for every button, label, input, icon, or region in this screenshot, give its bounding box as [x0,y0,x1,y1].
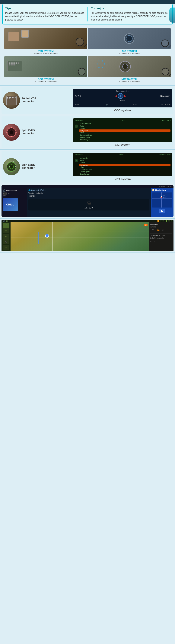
cic-connector-info: 4pin LVDS connector [22,129,71,136]
cic-header: Hauptmenü 15:50 BAYERN 3 [75,120,170,122]
nbt-screen-wrapper: Hauptmenü 15:35 GONG96.3 TP ↺ Multimedia… [73,153,172,180]
fseries2-time-right: 13:45 [168,220,172,222]
weather-icon: 🌤 [30,200,148,206]
ccc-screen-wrapper: Communication Air AC ◀ i ▶ Navigation Au… [73,88,172,112]
fseries-nav-label: Navigation [155,189,166,191]
cic-body: ↺ CD/Multimedia Radio Telefon Navigation… [75,123,170,141]
nbt-item-7: Fahrzeuginfo [79,171,170,173]
ccc-connector-section: 10pin LVDS connector Communication Air A… [2,87,174,114]
fseries2-temp-row: 10° c 30° ☀ [150,228,172,232]
fseries-screen1-wrapper: No signal 11:08 pm 🎵 Media/Radio DAB 053… [2,185,174,217]
fseries2-progress-bg [150,240,172,240]
fseries-media-panel: 🎵 Media/Radio DAB 053 Chill CHILL [2,188,27,217]
cic-item-1: CD/Multimedia [79,123,170,125]
tips-text-es: Por favor revise su auto sistema primero… [91,11,170,22]
page-container: Tips: Please Check your car system first… [0,4,175,644]
fseries-cd-title: 🌐 ConnectedDrive [28,189,150,191]
fseries-media-badge: DAB [3,192,7,195]
fseries-cd-label: ConnectedDrive [31,189,46,191]
nbt-item-1: Multimedia [79,157,170,159]
cic-menu-list: CD/Multimedia Radio Telefon Navigation O… [79,123,170,141]
fseries-media-chill: Chill [3,195,26,197]
nbt-screen: Hauptmenü 15:35 GONG96.3 TP ↺ Multimedia… [73,153,172,176]
fseries2-progress-fill [150,240,157,240]
sidebar-apps-btn[interactable]: ⚙ [3,245,10,250]
fseries2-top-right: 📶 14:00 🔋 13:45 [157,220,172,222]
fseries-weather-panel: 🌐 ConnectedDrive Weather today inToronto… [27,188,151,217]
evo-system: EVO SYSTEM With One More Connector [4,28,87,56]
evo-image [4,28,87,49]
nav-turn-icon: ▶ [161,210,163,212]
ccc-connector-circle [3,92,20,109]
connected-drive-icon: 🌐 [28,190,30,191]
nbt-item-5: Office [79,166,170,168]
sidebar-media-btn[interactable]: 🎵 [3,223,10,228]
cic-connector-section: 4pin LVDS connector Hauptmenü 15:50 BAYE… [2,116,174,148]
tips-divider [88,7,88,22]
nbt-header-center: 15:35 [119,154,124,156]
fseries-status: No signal 11:08 pm [159,186,172,188]
ccc-screen-right: Navigation [160,95,170,97]
fseries2-temp2: 30° [157,229,160,232]
nbt-header-right: GONG96.3 TP [160,154,170,156]
fseries2-battery: 🔋 [165,220,167,222]
sidebar-cd-btn[interactable]: CD [3,228,10,233]
fseries-main-row: 🎵 Media/Radio DAB 053 Chill CHILL [2,188,174,217]
ccc-screen-audio: Audio [75,100,170,102]
nbt-header-left: Hauptmenü [75,154,84,156]
tips-title-es: Consejos: [91,7,170,10]
fseries-screen2: 🎵 ▮ ▮ ▮ 📶 14:00 🔋 13:45 [2,220,174,251]
tips-english: Tips: Please Check your car system first… [5,7,84,22]
nbt-item-2: Radio [79,159,170,162]
fseries-screen2-wrapper: 🎵 ▮ ▮ ▮ 📶 14:00 🔋 13:45 [2,220,174,251]
sep2 [0,115,175,115]
ccc-arrow-right: ▶ [124,94,126,98]
ccc-arrow-left: ◀ [115,94,117,98]
evo-sublabel: With One More Connector [4,52,87,55]
nbt-item-8: Einstellungen [79,173,170,175]
fseries-album-art: CHILL [3,198,18,211]
cic-sublabel: 4 Pin LVDS Connector [88,52,171,55]
nbt-item-3: Telefon [79,162,170,164]
nav-icon: 🧭 [152,189,155,191]
music-icon2: 🎵 [3,220,5,222]
music-icon: 🎵 [3,189,6,192]
fseries2-city-sub: current [150,226,172,228]
fseries-media-sub: 053 [8,193,10,194]
nav-arrow: ▶ [159,209,165,213]
fseries2-song: The Look of Love [150,234,172,237]
ccc-screen-bottom: SCOOP 🔊 10:52 01. 03.2018 [75,103,170,106]
nbt-connector-circle [3,158,20,175]
ccc-scoop: SCOOP [75,104,81,106]
cic-screen-wrapper: Hauptmenü 15:50 BAYERN 3 ↺ CD/Multimedia… [73,118,172,146]
fseries2-track-time: 03:14 [150,241,172,242]
fseries-media-title-row: 🎵 Media/Radio [3,189,26,192]
weather-sun-icon: ☀ [161,228,164,232]
fseries-map: Willow East [152,192,172,208]
nbt-compass-icon: ↺ [75,159,78,162]
fseries2-sidebar: 🎵 CD 🗺 📞 ⚙ [2,222,10,251]
fseries-weather-box: 🌤 18 / 22°c [28,199,150,210]
nbt-label: NBT SYSTEM [88,78,171,80]
nbt-connector-info: 6pin LVDS connector [22,163,71,170]
cic-image [88,28,171,49]
accent-decoration [169,8,175,22]
nbt-item-6: ConnectedDrive [79,168,170,171]
sidebar-map-btn[interactable]: 🗺 [3,234,10,239]
nbt-item-4-active: Navigation [79,164,170,166]
map-distance-badge: 25 [144,224,148,226]
cic-item-6: ConnectedDrive [79,134,170,136]
fseries2-signal-dots: ▮ ▮ ▮ [6,220,10,222]
fseries2-time-left: 14:00 [160,220,164,222]
cic-item-2: Radio [79,125,170,127]
cic-item-7: Fahrzeuginfo [79,136,170,138]
fseries-nav-title-row: 🧭 Navigation [152,189,172,191]
fseries-album-text: CHILL [6,203,14,206]
sidebar-phone-btn[interactable]: 📞 [3,239,10,244]
nav-street1: Willow [163,195,167,196]
fseries-nav-panel: 🧭 Navigation Willow East [151,188,174,217]
cic-item-5: Office [79,132,170,134]
ccc-sublabel: 10 Pin LVDS Connector [4,80,87,83]
dot3: ▮ [9,220,10,222]
cic-connector-circle [3,124,20,141]
